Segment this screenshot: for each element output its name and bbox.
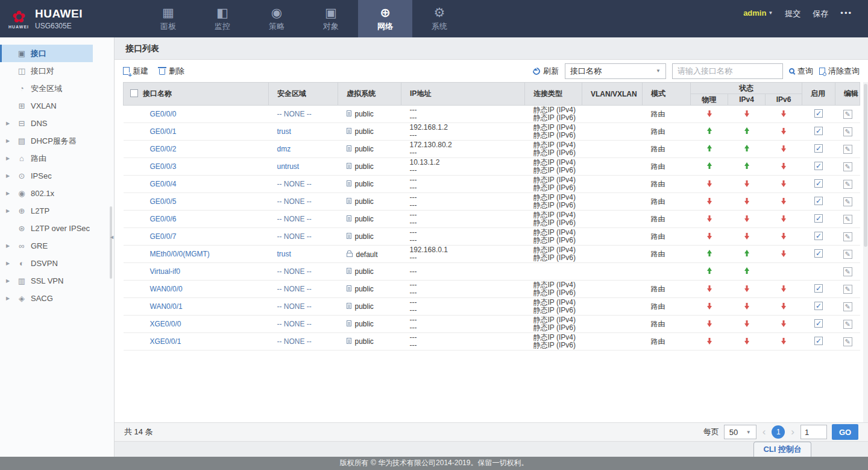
- edit-icon[interactable]: ✎: [843, 285, 852, 294]
- new-button[interactable]: 新建: [123, 66, 148, 77]
- ip-address-cell: ------: [401, 281, 525, 298]
- query-button[interactable]: 查询: [789, 66, 813, 77]
- refresh-button[interactable]: 刷新: [533, 66, 559, 77]
- edit-icon[interactable]: ✎: [843, 145, 852, 154]
- nav-tab-dashboard[interactable]: ▦面板: [141, 0, 195, 37]
- user-menu[interactable]: admin▼: [743, 8, 773, 17]
- edit-icon[interactable]: ✎: [843, 267, 852, 276]
- submit-button[interactable]: 提交: [785, 8, 800, 19]
- interface-name-link[interactable]: MEth0/0/0(MGMT): [150, 250, 210, 258]
- edit-icon[interactable]: ✎: [843, 337, 852, 346]
- vsys-public-icon: [347, 338, 351, 344]
- edit-icon[interactable]: ✎: [843, 197, 852, 206]
- search-input[interactable]: [672, 63, 783, 79]
- interface-name-link[interactable]: GE0/0/3: [150, 162, 177, 171]
- edit-icon[interactable]: ✎: [843, 127, 852, 136]
- enable-checkbox[interactable]: ✓: [814, 127, 823, 135]
- sidebar-item-l2tp-over-ipsec[interactable]: ⊛L2TP over IPSec: [0, 220, 93, 237]
- nav-tab-policy[interactable]: ◉策略: [250, 0, 304, 37]
- interface-name-link[interactable]: GE0/0/1: [150, 127, 177, 136]
- content-scrollbar-thumb[interactable]: [864, 84, 867, 247]
- edit-icon[interactable]: ✎: [843, 232, 852, 241]
- nav-tab-monitor[interactable]: ◧监控: [195, 0, 250, 37]
- enable-checkbox[interactable]: ✓: [814, 284, 823, 293]
- prev-page-icon[interactable]: ‹: [761, 426, 767, 438]
- zone-link[interactable]: untrust: [277, 162, 300, 171]
- zone-value: -- NONE --: [277, 180, 312, 188]
- l2tp-ipsec-icon: ⊛: [16, 224, 28, 233]
- nav-tab-system[interactable]: ⚙系统: [412, 0, 467, 37]
- col-header-edit: 编辑: [835, 83, 860, 106]
- interface-name-link[interactable]: GE0/0/4: [150, 180, 177, 188]
- zone-link[interactable]: dmz: [277, 145, 291, 153]
- go-button[interactable]: GO: [832, 424, 858, 440]
- edit-icon[interactable]: ✎: [843, 162, 852, 171]
- sidebar-item-l2tp[interactable]: ▶⊕L2TP: [0, 202, 93, 220]
- sidebar-scrollbar[interactable]: [110, 206, 112, 279]
- enable-checkbox[interactable]: ✓: [814, 179, 823, 188]
- more-menu[interactable]: •••: [840, 8, 852, 17]
- edit-icon[interactable]: ✎: [843, 320, 852, 329]
- next-page-icon[interactable]: ›: [790, 426, 796, 438]
- interface-name-link[interactable]: WAN0/0/1: [150, 302, 183, 311]
- sidebar-item-vxlan[interactable]: ⊞VXLAN: [0, 97, 93, 115]
- sidebar-item-dhcp-server[interactable]: ▶▤DHCP服务器: [0, 132, 93, 150]
- sidebar-item-interface-pair[interactable]: ◫接口对: [0, 62, 93, 80]
- chevron-down-icon: ▼: [768, 10, 773, 16]
- interface-name-link[interactable]: GE0/0/6: [150, 215, 177, 223]
- enable-checkbox[interactable]: ✓: [814, 214, 823, 223]
- enable-checkbox[interactable]: ✓: [814, 337, 823, 345]
- cli-console-button[interactable]: CLI 控制台: [753, 442, 811, 457]
- sidebar-item-route[interactable]: ▶⌂路由: [0, 150, 93, 167]
- sidebar-item-gre[interactable]: ▶∞GRE: [0, 237, 93, 255]
- enable-checkbox[interactable]: ✓: [814, 162, 823, 170]
- enable-checkbox[interactable]: ✓: [814, 232, 823, 240]
- page-number-input[interactable]: [800, 425, 827, 439]
- content-scrollbar-track[interactable]: [863, 82, 868, 422]
- edit-icon[interactable]: ✎: [843, 302, 852, 311]
- sidebar-item-ipsec[interactable]: ▶⊙IPSec: [0, 167, 93, 185]
- edit-icon[interactable]: ✎: [843, 250, 852, 259]
- current-page-button[interactable]: 1: [772, 425, 785, 439]
- zone-link[interactable]: trust: [277, 127, 291, 136]
- nav-tab-network[interactable]: ⊕网络: [358, 0, 412, 37]
- delete-button[interactable]: 删除: [159, 66, 184, 77]
- interface-name-link[interactable]: GE0/0/0: [150, 110, 177, 118]
- interface-name-link[interactable]: WAN0/0/0: [150, 285, 183, 293]
- sidebar-collapse-icon[interactable]: ◄: [109, 234, 115, 240]
- sidebar-item-dot1x[interactable]: ▶◉802.1x: [0, 185, 93, 202]
- sidebar-item-interface[interactable]: ▣接口: [0, 45, 93, 62]
- enable-checkbox[interactable]: ✓: [814, 302, 823, 310]
- select-all-checkbox[interactable]: [130, 89, 138, 97]
- mode-cell: 路由: [643, 228, 691, 246]
- enable-checkbox[interactable]: ✓: [814, 144, 823, 153]
- clear-query-button[interactable]: 清除查询: [819, 66, 860, 77]
- sidebar-item-sslvpn[interactable]: ▶▥SSL VPN: [0, 272, 93, 290]
- edit-icon[interactable]: ✎: [843, 180, 852, 189]
- sidebar-item-security-zone[interactable]: ◔安全区域: [0, 80, 93, 97]
- interface-name-link[interactable]: Virtual-if0: [150, 267, 180, 276]
- enable-checkbox[interactable]: ✓: [814, 249, 823, 258]
- zone-value: -- NONE --: [277, 267, 312, 276]
- zone-link[interactable]: trust: [277, 250, 291, 258]
- filter-field-select[interactable]: 接口名称 ▼: [565, 63, 666, 79]
- sidebar-item-sacg[interactable]: ▶◈SACG: [0, 290, 93, 307]
- enable-checkbox[interactable]: ✓: [814, 319, 823, 328]
- edit-icon[interactable]: ✎: [843, 215, 852, 224]
- interface-name-link[interactable]: XGE0/0/0: [150, 320, 181, 328]
- interface-name-link[interactable]: GE0/0/2: [150, 145, 177, 153]
- table-row: XGE0/0/1-- NONE --public------静态IP (IPv4…: [124, 333, 860, 351]
- expand-arrow-icon: ▶: [0, 173, 16, 179]
- enable-checkbox[interactable]: ✓: [814, 197, 823, 205]
- enable-checkbox[interactable]: ✓: [814, 109, 823, 118]
- edit-icon[interactable]: ✎: [843, 110, 852, 119]
- save-button[interactable]: 保存: [813, 8, 828, 19]
- sidebar-item-dns[interactable]: ▶⊟DNS: [0, 115, 93, 132]
- table-row: GE0/0/7-- NONE --public------静态IP (IPv4)…: [124, 228, 860, 246]
- interface-name-link[interactable]: GE0/0/7: [150, 232, 177, 241]
- nav-tab-object[interactable]: ▣对象: [304, 0, 358, 37]
- per-page-select[interactable]: 50 ▼: [724, 425, 756, 439]
- interface-name-link[interactable]: GE0/0/5: [150, 197, 177, 206]
- interface-name-link[interactable]: XGE0/0/1: [150, 337, 181, 346]
- sidebar-item-dsvpn[interactable]: ▶◐DSVPN: [0, 255, 93, 272]
